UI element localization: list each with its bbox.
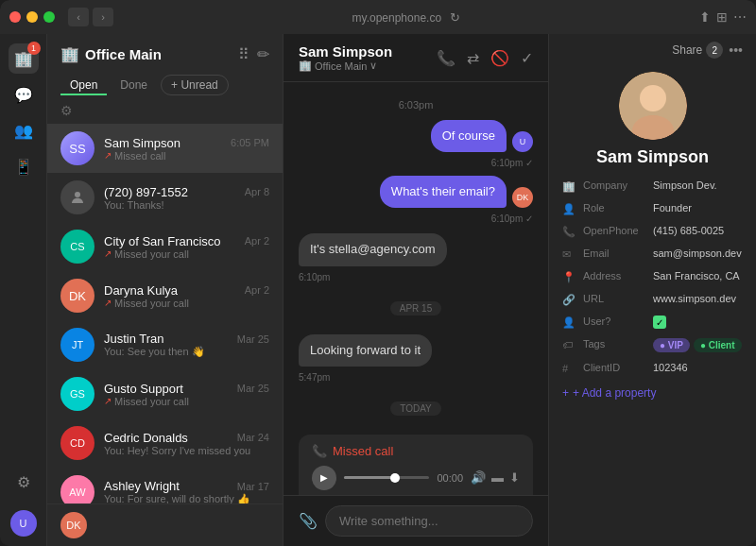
contact-item[interactable]: (720) 897-1552 Apr 8 You: Thanks!: [47, 173, 283, 222]
message-bubble: Of course: [431, 120, 507, 152]
avatar: [60, 180, 94, 214]
workspace-avatar[interactable]: 🏢 1: [9, 43, 39, 74]
profile-fields: 🏢 Company Simpson Dev. 👤 Role Founder 📞 …: [549, 175, 756, 379]
minimize-button[interactable]: [26, 11, 38, 23]
url-bar: my.openphone.co: [352, 11, 442, 25]
message-bubble: Looking forward to it: [299, 334, 432, 367]
more-button[interactable]: ⋯: [733, 9, 747, 25]
avatar: AW: [60, 475, 94, 503]
header-actions: ⠿ ✏: [238, 45, 269, 63]
more-options-button[interactable]: •••: [729, 43, 743, 58]
field-value: 102346: [653, 362, 743, 373]
missed-call-message: 📞 Missed call ▶ 00:00 🔊 ▬ ⬇: [299, 435, 533, 495]
share-button[interactable]: ⬆: [699, 9, 711, 25]
add-property-button[interactable]: + + Add a property: [549, 379, 756, 407]
vip-tag[interactable]: ● VIP: [653, 338, 690, 352]
tab-unread[interactable]: + Unread: [161, 75, 229, 95]
chat-header: Sam Simpson 🏢 Office Main ∨ 📞 ⇄ 🚫 ✓: [284, 34, 548, 82]
sender-avatar: DK: [512, 187, 533, 208]
call-button[interactable]: 📞: [437, 49, 455, 67]
message-row: It's stella@agency.com: [299, 233, 533, 265]
contact-item[interactable]: GS Gusto Support Mar 25 ↗ Missed your ca…: [47, 369, 283, 418]
message-meta: 6:10pm ✓: [299, 158, 533, 168]
done-button[interactable]: ✓: [521, 49, 533, 67]
message-row: Of course U: [299, 120, 533, 152]
volume-icon[interactable]: 🔊: [471, 470, 486, 485]
field-value: sam@simpson.dev: [653, 247, 743, 259]
filter-settings-icon[interactable]: ⚙: [60, 103, 73, 118]
date-divider: TODAY: [390, 401, 441, 416]
contact-info: Ashley Wright Mar 17 You: For sure, will…: [104, 479, 269, 503]
reload-button[interactable]: ↻: [450, 10, 460, 25]
missed-call-header: 📞 Missed call: [312, 444, 520, 458]
avatar: JT: [60, 328, 94, 362]
bottom-user-avatar[interactable]: DK: [60, 512, 87, 538]
share-button[interactable]: Share 2: [672, 42, 723, 59]
workspace-title: 🏢 Office Main: [60, 45, 162, 63]
contact-item[interactable]: AW Ashley Wright Mar 17 You: For sure, w…: [47, 468, 283, 503]
contact-time: 6:05 PM: [231, 137, 269, 148]
contact-preview: You: Hey! Sorry I've missed you: [104, 445, 269, 456]
contact-item[interactable]: SS Sam Simpson 6:05 PM ↗ Missed call: [47, 124, 283, 173]
phone-icon[interactable]: 📱: [9, 151, 39, 181]
compose-icon[interactable]: ✏: [257, 45, 269, 63]
progress-dot: [390, 473, 400, 483]
field-label: Role: [583, 202, 645, 213]
field-row: 👤 Role Founder: [558, 197, 747, 220]
contact-item[interactable]: DK Daryna Kulya Apr 2 ↗ Missed your call: [47, 271, 283, 320]
close-button[interactable]: [9, 11, 21, 23]
contact-list: SS Sam Simpson 6:05 PM ↗ Missed call: [47, 124, 283, 503]
field-label: Email: [583, 247, 645, 259]
field-label: URL: [583, 293, 645, 304]
chat-input-area: 📎: [284, 495, 548, 546]
chat-input[interactable]: [325, 505, 533, 537]
settings-icon[interactable]: ⚙: [9, 467, 39, 497]
grid-icon[interactable]: ⠿: [238, 45, 249, 63]
messages-icon[interactable]: 💬: [9, 79, 39, 110]
left-panel: 🏢 Office Main ⠿ ✏ Open Done + Unread ⚙ S…: [47, 34, 284, 546]
field-value: San Francisco, CA: [653, 270, 743, 282]
svg-point-3: [640, 85, 666, 111]
clientid-icon: #: [562, 363, 576, 374]
message-meta: 6:10pm: [299, 272, 533, 282]
profile-name: Sam Simpson: [596, 147, 709, 167]
progress-bar[interactable]: [344, 476, 429, 479]
forward-button[interactable]: ›: [93, 8, 113, 26]
role-icon: 👤: [562, 203, 576, 215]
field-label: Tags: [583, 338, 645, 350]
contact-item[interactable]: JT Justin Tran Mar 25 You: See you then …: [47, 320, 283, 369]
message-row: What's their email? DK: [299, 176, 533, 208]
contact-time: Mar 25: [237, 333, 269, 345]
workspace-name: Office Main: [85, 46, 162, 62]
chat-workspace: 🏢 Office Main ∨: [299, 60, 392, 72]
contact-info: Sam Simpson 6:05 PM ↗ Missed call: [104, 136, 269, 162]
field-row: 🔗 URL www.simpson.dev: [558, 288, 747, 311]
contact-item[interactable]: CD Cedric Donalds Mar 24 You: Hey! Sorry…: [47, 418, 283, 468]
tags-icon: 🏷: [562, 339, 576, 350]
tab-done[interactable]: Done: [111, 75, 157, 95]
contacts-icon[interactable]: 👥: [9, 115, 39, 145]
block-button[interactable]: 🚫: [490, 49, 509, 67]
avatar: DK: [60, 279, 94, 313]
audio-player: ▶ 00:00 🔊 ▬ ⬇: [312, 466, 520, 490]
download-icon[interactable]: ⬇: [509, 470, 520, 485]
chat-contact-name: Sam Simpson: [299, 43, 392, 60]
maximize-button[interactable]: [43, 11, 55, 23]
transfer-button[interactable]: ⇄: [467, 49, 479, 67]
chat-header-actions: 📞 ⇄ 🚫 ✓: [437, 49, 533, 67]
attachment-button[interactable]: 📎: [299, 512, 318, 530]
play-button[interactable]: ▶: [312, 466, 336, 490]
field-value: Founder: [653, 202, 743, 213]
user-checkbox[interactable]: ✓: [653, 316, 666, 329]
contact-item[interactable]: CS City of San Francisco Apr 2 ↗ Missed …: [47, 222, 283, 271]
contact-time: Mar 25: [237, 383, 269, 394]
back-button[interactable]: ‹: [68, 8, 89, 26]
field-label: OpenPhone: [583, 225, 645, 236]
client-tag[interactable]: ● Client: [694, 338, 742, 352]
sender-avatar: U: [512, 131, 533, 152]
icon-sidebar: 🏢 1 💬 👥 📱 ⚙ U: [0, 34, 47, 546]
user-avatar[interactable]: U: [10, 510, 37, 537]
new-tab-button[interactable]: ⊞: [716, 9, 728, 25]
contact-name: Cedric Donalds: [104, 431, 188, 445]
tab-open[interactable]: Open: [60, 75, 107, 95]
